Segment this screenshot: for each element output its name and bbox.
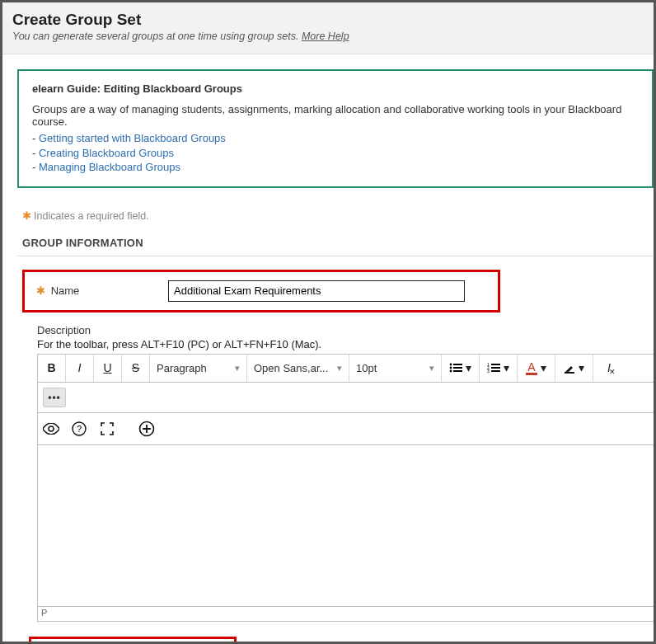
chevron-down-icon: ▾ bbox=[541, 361, 546, 374]
description-label: Description bbox=[37, 324, 654, 336]
page-header: Create Group Set You can generate severa… bbox=[2, 2, 654, 54]
visibility-option-yes: Yes bbox=[305, 642, 322, 644]
section-divider bbox=[17, 256, 654, 256]
asterisk-icon: ✱ bbox=[22, 210, 31, 222]
guide-title: elearn Guide: Editing Blackboard Groups bbox=[32, 82, 639, 95]
svg-text:3: 3 bbox=[487, 369, 490, 373]
chevron-down-icon: ▾ bbox=[466, 361, 471, 374]
svg-rect-3 bbox=[453, 367, 462, 369]
chevron-down-icon: ▾ bbox=[429, 363, 434, 374]
more-tools-button[interactable]: ••• bbox=[43, 388, 66, 407]
chevron-down-icon: ▾ bbox=[337, 363, 342, 374]
rich-text-toolbar: B I U S Paragraph ▾ Open Sans,ar... ▾ 10… bbox=[37, 354, 654, 445]
chevron-down-icon: ▾ bbox=[235, 363, 240, 374]
section-title-group-info: GROUP INFORMATION bbox=[22, 237, 654, 249]
page-subtitle: You can generate several groups at one t… bbox=[12, 31, 644, 42]
svg-point-0 bbox=[450, 364, 452, 366]
required-indicator-note: ✱Indicates a required field. bbox=[22, 209, 654, 222]
chevron-down-icon: ▾ bbox=[504, 361, 509, 374]
bold-button[interactable]: B bbox=[38, 355, 66, 382]
clear-formatting-button[interactable]: I✕ bbox=[593, 355, 625, 382]
asterisk-icon: ✱ bbox=[36, 284, 45, 297]
more-help-link[interactable]: More Help bbox=[302, 31, 349, 42]
italic-button[interactable]: I bbox=[66, 355, 94, 382]
chevron-down-icon: ▾ bbox=[579, 361, 584, 374]
page-title: Create Group Set bbox=[12, 11, 644, 29]
svg-rect-9 bbox=[491, 367, 500, 369]
visibility-option-no: No bbox=[260, 642, 274, 644]
strikethrough-button[interactable]: S bbox=[122, 355, 150, 382]
svg-rect-11 bbox=[491, 370, 500, 372]
guide-link-getting-started[interactable]: Getting started with Blackboard Groups bbox=[39, 132, 226, 144]
font-family-select[interactable]: Open Sans,ar... ▾ bbox=[247, 355, 349, 382]
visibility-field: ✱ Group is visible to students bbox=[29, 637, 237, 644]
name-field-row: ✱ Name bbox=[22, 270, 500, 313]
svg-rect-12 bbox=[565, 372, 574, 374]
paragraph-style-select[interactable]: Paragraph ▾ bbox=[150, 355, 247, 382]
description-editor[interactable] bbox=[37, 445, 654, 607]
numbered-list-button[interactable]: 123 ▾ bbox=[480, 355, 518, 382]
svg-text:?: ? bbox=[77, 424, 82, 434]
svg-rect-5 bbox=[453, 370, 462, 372]
guide-intro: Groups are a way of managing students, a… bbox=[32, 103, 639, 128]
font-size-select[interactable]: 10pt ▾ bbox=[349, 355, 442, 382]
guide-link-managing[interactable]: Managing Blackboard Groups bbox=[39, 161, 180, 173]
svg-point-4 bbox=[450, 370, 452, 373]
text-color-button[interactable]: A ▾ bbox=[518, 355, 555, 382]
svg-rect-7 bbox=[491, 364, 500, 365]
highlight-color-button[interactable]: ▾ bbox=[555, 355, 593, 382]
guide-panel: elearn Guide: Editing Blackboard Groups … bbox=[17, 69, 654, 188]
underline-button[interactable]: U bbox=[94, 355, 122, 382]
svg-point-2 bbox=[450, 367, 452, 369]
name-input[interactable] bbox=[168, 280, 465, 302]
editor-status-path: P bbox=[37, 607, 654, 622]
help-icon[interactable]: ? bbox=[69, 419, 89, 439]
svg-point-13 bbox=[49, 426, 54, 431]
toolbar-hint: For the toolbar, press ALT+F10 (PC) or A… bbox=[37, 338, 654, 350]
name-label: Name bbox=[51, 284, 80, 297]
fullscreen-icon[interactable] bbox=[97, 419, 117, 439]
guide-link-creating[interactable]: Creating Blackboard Groups bbox=[39, 147, 174, 159]
add-content-button[interactable] bbox=[137, 419, 157, 439]
svg-rect-1 bbox=[453, 364, 462, 365]
preview-icon[interactable] bbox=[41, 419, 61, 439]
bullet-list-button[interactable]: ▾ bbox=[442, 355, 480, 382]
